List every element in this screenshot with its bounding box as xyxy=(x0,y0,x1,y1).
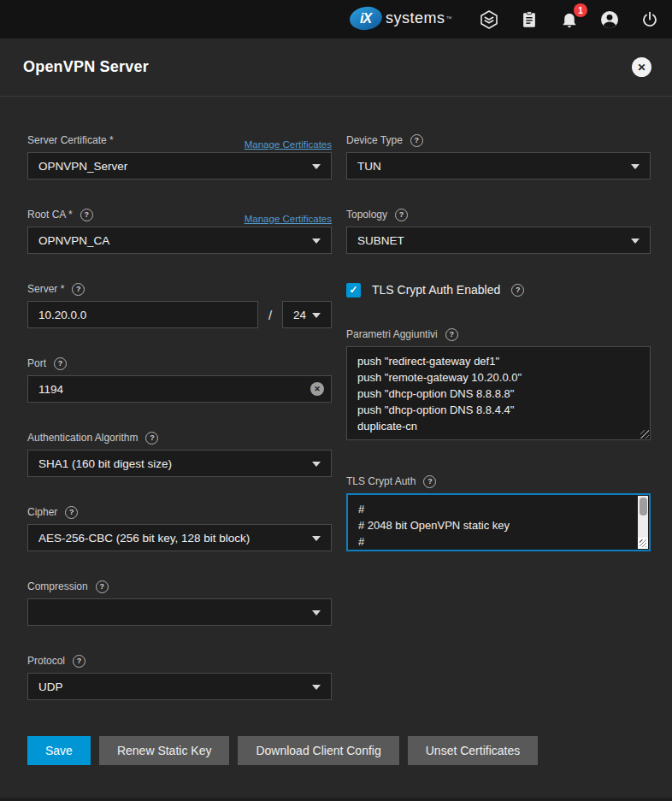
server-certificate-label: Server Certificate * xyxy=(27,134,114,146)
brand-name: systems xyxy=(386,9,445,27)
protocol-select[interactable]: UDP xyxy=(27,673,332,700)
cipher-label: Cipher xyxy=(27,506,57,518)
help-icon[interactable] xyxy=(65,506,78,519)
tls-crypt-auth-enabled-row: TLS Crypt Auth Enabled xyxy=(346,282,651,297)
help-icon[interactable] xyxy=(395,209,408,221)
field-protocol: Protocol UDP xyxy=(27,654,332,700)
tls-crypt-auth-textarea[interactable]: # # 2048 bit OpenVPN static key # xyxy=(346,493,651,551)
scrollbar-track[interactable] xyxy=(638,496,648,549)
compression-label: Compression xyxy=(27,580,88,592)
additional-parameters-textarea[interactable]: push "redirect-gateway def1" push "remot… xyxy=(346,346,651,440)
manage-certificates-link[interactable]: Manage Certificates xyxy=(245,139,332,150)
chevron-down-icon xyxy=(312,313,321,318)
scrollbar-thumb[interactable] xyxy=(640,498,647,515)
page-title: OpenVPN Server xyxy=(23,58,149,76)
help-icon[interactable] xyxy=(145,432,158,445)
root-ca-select[interactable]: OPNVPN_CA xyxy=(27,227,332,254)
netmask-select[interactable]: 24 xyxy=(282,301,332,328)
action-buttons-row: Save Renew Static Key Download Client Co… xyxy=(27,736,538,765)
bottom-edge xyxy=(0,798,672,801)
field-cipher: Cipher AES-256-CBC (256 bit key, 128 bit… xyxy=(27,505,332,551)
protocol-label: Protocol xyxy=(27,655,65,667)
dialog-titlebar: OpenVPN Server xyxy=(0,38,672,97)
protocol-value: UDP xyxy=(38,680,63,693)
power-icon[interactable] xyxy=(639,9,661,31)
ixsystems-logo: iX systems ™ xyxy=(350,7,452,30)
ix-logo-ellipse: iX xyxy=(348,4,383,32)
additional-parameters-label: Parametri Aggiuntivi xyxy=(346,328,438,340)
topology-select[interactable]: SUBNET xyxy=(346,227,651,254)
field-server-certificate: Server Certificate * Manage Certificates… xyxy=(27,133,332,180)
help-icon[interactable] xyxy=(80,209,93,221)
chevron-down-icon xyxy=(312,610,321,615)
chevron-down-icon xyxy=(312,685,321,690)
account-icon[interactable] xyxy=(598,9,621,31)
netmask-value: 24 xyxy=(293,309,306,321)
device-type-value: TUN xyxy=(357,160,381,173)
authentication-algorithm-label: Authentication Algorithm xyxy=(27,432,138,444)
notification-badge[interactable]: 1 xyxy=(574,3,587,17)
cipher-select[interactable]: AES-256-CBC (256 bit key, 128 bit block) xyxy=(27,524,332,551)
tls-crypt-auth-enabled-label: TLS Crypt Auth Enabled xyxy=(372,283,500,297)
field-additional-parameters: Parametri Aggiuntivi push "redirect-gate… xyxy=(346,327,651,440)
help-icon[interactable] xyxy=(511,284,524,297)
renew-static-key-button[interactable]: Renew Static Key xyxy=(99,736,230,765)
chevron-down-icon xyxy=(631,239,640,244)
root-ca-label: Root CA * xyxy=(27,209,73,221)
truecommand-icon[interactable] xyxy=(478,9,500,31)
authentication-algorithm-select[interactable]: SHA1 (160 bit digest size) xyxy=(27,450,332,477)
notifications-bell-icon[interactable]: 1 xyxy=(558,9,581,31)
unset-certificates-button[interactable]: Unset Certificates xyxy=(408,736,538,765)
port-input[interactable] xyxy=(27,375,332,403)
compression-select[interactable] xyxy=(27,598,332,626)
authentication-algorithm-value: SHA1 (160 bit digest size) xyxy=(38,457,172,470)
root-ca-value: OPNVPN_CA xyxy=(38,234,109,247)
help-icon[interactable] xyxy=(72,283,85,296)
tasks-clipboard-icon[interactable] xyxy=(518,9,540,31)
form-column-left: Server Certificate * Manage Certificates… xyxy=(27,133,332,728)
close-icon[interactable] xyxy=(632,57,651,77)
help-icon[interactable] xyxy=(410,134,423,147)
device-type-select[interactable]: TUN xyxy=(346,152,651,180)
server-label: Server * xyxy=(27,283,64,295)
manage-certificates-link[interactable]: Manage Certificates xyxy=(245,214,332,224)
field-compression: Compression xyxy=(27,580,332,626)
help-icon[interactable] xyxy=(96,580,109,593)
device-type-label: Device Type xyxy=(346,134,403,146)
field-port: Port xyxy=(27,356,332,403)
chevron-down-icon xyxy=(312,462,321,467)
server-certificate-select[interactable]: OPNVPN_Server xyxy=(27,152,332,180)
download-client-config-button[interactable]: Download Client Config xyxy=(238,736,398,765)
topology-label: Topology xyxy=(346,209,387,221)
field-topology: Topology SUBNET xyxy=(346,208,651,254)
port-label: Port xyxy=(27,357,46,369)
clear-icon[interactable] xyxy=(310,382,324,396)
server-certificate-value: OPNVPN_Server xyxy=(38,160,127,173)
chevron-down-icon xyxy=(312,164,321,169)
top-app-bar: iX systems ™ 1 xyxy=(0,0,672,38)
help-icon[interactable] xyxy=(73,655,85,668)
brand-trademark: ™ xyxy=(446,15,452,21)
ix-logo-text: iX xyxy=(360,11,371,27)
field-server: Server * / 24 xyxy=(27,282,332,328)
field-device-type: Device Type TUN xyxy=(346,133,651,180)
chevron-down-icon xyxy=(631,164,640,169)
tls-crypt-auth-enabled-checkbox[interactable] xyxy=(346,283,361,297)
cipher-value: AES-256-CBC (256 bit key, 128 bit block) xyxy=(38,532,250,545)
server-ip-input[interactable] xyxy=(27,301,258,328)
resize-handle[interactable] xyxy=(640,430,649,439)
chevron-down-icon xyxy=(312,239,321,244)
help-icon[interactable] xyxy=(54,357,67,370)
form-column-right: Device Type TUN Topology SUBNET TLS Cryp… xyxy=(346,133,651,580)
cidr-separator: / xyxy=(258,308,282,322)
resize-handle[interactable] xyxy=(638,538,648,549)
field-root-ca: Root CA * Manage Certificates OPNVPN_CA xyxy=(27,208,332,254)
field-tls-crypt-auth: TLS Crypt Auth # # 2048 bit OpenVPN stat… xyxy=(346,474,651,551)
topology-value: SUBNET xyxy=(357,234,404,247)
field-authentication-algorithm: Authentication Algorithm SHA1 (160 bit d… xyxy=(27,431,332,477)
help-icon[interactable] xyxy=(423,475,436,488)
help-icon[interactable] xyxy=(445,328,458,341)
save-button[interactable]: Save xyxy=(27,736,91,765)
tls-crypt-auth-label: TLS Crypt Auth xyxy=(346,475,416,487)
form-content: Server Certificate * Manage Certificates… xyxy=(0,97,672,801)
